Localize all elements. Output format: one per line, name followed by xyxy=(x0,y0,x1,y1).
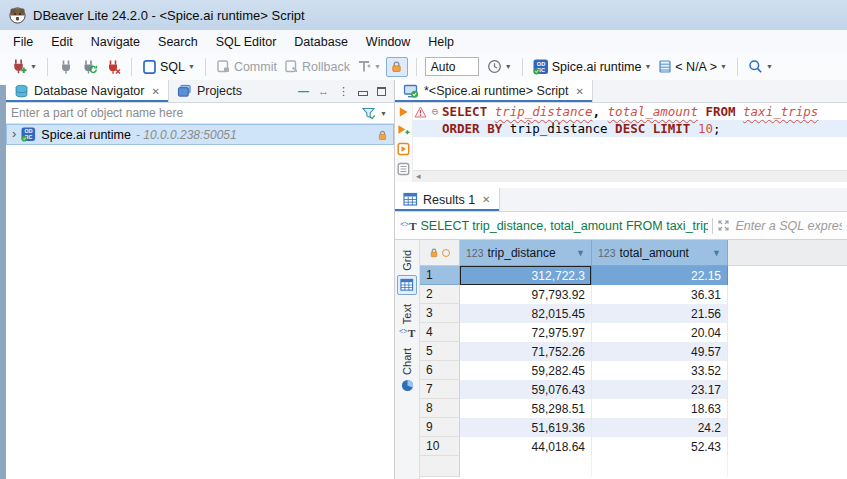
chevron-down-icon[interactable]: ▼ xyxy=(644,63,651,70)
menu-help[interactable]: Help xyxy=(419,33,463,51)
new-connection-button[interactable]: ▼ xyxy=(8,57,39,76)
minimize-panel-icon[interactable] xyxy=(358,91,368,96)
menu-file[interactable]: File xyxy=(4,33,42,51)
cell-total-amount[interactable]: 36.31 xyxy=(592,285,728,304)
view-menu-icon[interactable]: ⋮ xyxy=(338,85,349,98)
close-icon[interactable]: ✕ xyxy=(576,86,584,97)
transaction-log-button[interactable]: ▼ xyxy=(355,58,383,75)
table-row[interactable]: 1 312,722.3 22.15 xyxy=(420,266,847,285)
row-number[interactable]: 6 xyxy=(420,361,460,380)
row-number[interactable]: 10 xyxy=(420,437,460,456)
tab-text-label[interactable]: Text xyxy=(401,304,413,324)
grid-view-icon[interactable] xyxy=(397,275,417,295)
cell-trip-distance[interactable]: 44,018.64 xyxy=(460,437,592,456)
cell-trip-distance[interactable]: 312,722.3 xyxy=(460,266,592,285)
menu-search[interactable]: Search xyxy=(149,33,207,51)
cell-trip-distance[interactable]: 72,975.97 xyxy=(460,323,592,342)
cell-total-amount[interactable]: 24.2 xyxy=(592,418,728,437)
menu-edit[interactable]: Edit xyxy=(42,33,82,51)
cell-trip-distance[interactable]: 82,015.45 xyxy=(460,304,592,323)
editor-horizontal-scrollbar[interactable]: ◂ xyxy=(413,170,847,182)
row-number[interactable]: 8 xyxy=(420,399,460,418)
scroll-left-icon[interactable]: ◂ xyxy=(413,172,421,181)
cell-total-amount[interactable]: 20.04 xyxy=(592,323,728,342)
tab-sql-script[interactable]: *<Spice.ai runtime> Script ✕ xyxy=(395,80,593,102)
menu-sql-editor[interactable]: SQL Editor xyxy=(207,33,286,51)
results-grid[interactable]: 123 trip_distance ▼ 123 total_amount ▼ xyxy=(420,240,847,479)
row-number[interactable]: 4 xyxy=(420,323,460,342)
chevron-down-icon[interactable]: ▼ xyxy=(374,63,381,70)
cell-trip-distance[interactable]: 58,298.51 xyxy=(460,399,592,418)
cell-trip-distance[interactable]: 51,619.36 xyxy=(460,418,592,437)
script-log-icon[interactable] xyxy=(397,162,410,176)
fold-marker-icon[interactable]: ⊖ xyxy=(428,105,442,118)
chevron-down-icon[interactable]: ▼ xyxy=(505,63,512,70)
cell-total-amount[interactable]: 49.57 xyxy=(592,342,728,361)
sort-caret-icon[interactable]: ▼ xyxy=(712,248,721,258)
column-header-trip-distance[interactable]: 123 trip_distance ▼ xyxy=(460,240,592,266)
cell-total-amount[interactable]: 21.56 xyxy=(592,304,728,323)
table-row[interactable]: 4 72,975.97 20.04 xyxy=(420,323,847,342)
link-with-editor-icon[interactable]: ↔ xyxy=(318,85,329,97)
tab-chart-label[interactable]: Chart xyxy=(401,348,413,375)
menu-window[interactable]: Window xyxy=(357,33,419,51)
chevron-down-icon[interactable]: ▼ xyxy=(30,63,37,70)
table-row[interactable]: 5 71,752.26 49.57 xyxy=(420,342,847,361)
table-row[interactable]: 7 59,076.43 23.17 xyxy=(420,380,847,399)
object-filter-input[interactable]: Enter a part of object name here xyxy=(11,106,362,120)
expander-icon[interactable]: › xyxy=(12,127,16,140)
cell-trip-distance[interactable]: 59,076.43 xyxy=(460,380,592,399)
chart-view-icon[interactable] xyxy=(401,379,414,392)
disconnect-button[interactable] xyxy=(103,58,123,76)
reconnect-button[interactable] xyxy=(79,58,100,76)
tab-database-navigator[interactable]: Database Navigator ✕ xyxy=(6,80,169,102)
schema-selector[interactable]: < N/A > ▼ xyxy=(656,58,729,75)
menu-navigate[interactable]: Navigate xyxy=(82,33,149,51)
cell-trip-distance[interactable]: 71,752.26 xyxy=(460,342,592,361)
chevron-down-icon[interactable]: ▼ xyxy=(380,110,387,117)
row-number[interactable]: 7 xyxy=(420,380,460,399)
row-number[interactable]: 9 xyxy=(420,418,460,437)
tab-projects[interactable]: Projects xyxy=(169,80,250,102)
cell-total-amount[interactable]: 22.15 xyxy=(592,266,728,285)
transaction-history-button[interactable]: ▼ xyxy=(485,58,514,75)
connection-lock-toggle[interactable] xyxy=(386,57,408,77)
row-number[interactable]: 3 xyxy=(420,304,460,323)
cell-total-amount[interactable]: 33.52 xyxy=(592,361,728,380)
connect-button[interactable] xyxy=(56,58,76,76)
chevron-down-icon[interactable]: ▼ xyxy=(766,63,773,70)
table-row[interactable]: 9 51,619.36 24.2 xyxy=(420,418,847,437)
cell-trip-distance[interactable]: 97,793.92 xyxy=(460,285,592,304)
chevron-down-icon[interactable]: ▼ xyxy=(188,63,195,70)
chevron-down-icon[interactable]: ▼ xyxy=(720,63,727,70)
close-icon[interactable]: ✕ xyxy=(482,194,490,205)
close-icon[interactable]: ✕ xyxy=(151,86,159,97)
sql-editor-button[interactable]: SQL ▼ xyxy=(140,58,197,76)
execute-statement-icon[interactable] xyxy=(398,106,409,118)
cell-total-amount[interactable]: 52.43 xyxy=(592,437,728,456)
tree-item-connection[interactable]: › ODBC Spice.ai runtime - 10.0.0.238:500… xyxy=(6,124,394,145)
table-row[interactable]: 6 59,282.45 33.52 xyxy=(420,361,847,380)
rollback-button[interactable]: Rollback xyxy=(282,58,352,75)
expand-filter-icon[interactable] xyxy=(717,219,730,232)
column-header-total-amount[interactable]: 123 total_amount ▼ xyxy=(592,240,728,266)
row-number[interactable]: 2 xyxy=(420,285,460,304)
text-view-icon[interactable]: <>T xyxy=(399,328,415,339)
table-row[interactable]: 10 44,018.64 52.43 xyxy=(420,437,847,456)
table-row[interactable]: 8 58,298.51 18.63 xyxy=(420,399,847,418)
sort-caret-icon[interactable]: ▼ xyxy=(576,248,585,258)
menu-database[interactable]: Database xyxy=(285,33,357,51)
execute-script-icon[interactable] xyxy=(397,142,410,156)
tab-grid-label[interactable]: Grid xyxy=(401,250,413,271)
cell-trip-distance[interactable]: 59,282.45 xyxy=(460,361,592,380)
editor-text-area[interactable]: ⊖ SELECT trip_distance, total_amount FRO… xyxy=(413,103,847,170)
table-row[interactable]: 2 97,793.92 36.31 xyxy=(420,285,847,304)
row-number[interactable]: 5 xyxy=(420,342,460,361)
commit-mode-combo[interactable]: Auto xyxy=(425,57,479,76)
table-row[interactable]: 3 82,015.45 21.56 xyxy=(420,304,847,323)
search-button[interactable]: ▼ xyxy=(746,58,775,75)
maximize-panel-icon[interactable] xyxy=(377,87,386,96)
cell-total-amount[interactable]: 18.63 xyxy=(592,399,728,418)
filter-query-text[interactable]: SELECT trip_distance, total_amount FROM … xyxy=(420,219,708,233)
connection-selector[interactable]: ODBC Spice.ai runtime ▼ xyxy=(531,58,654,76)
